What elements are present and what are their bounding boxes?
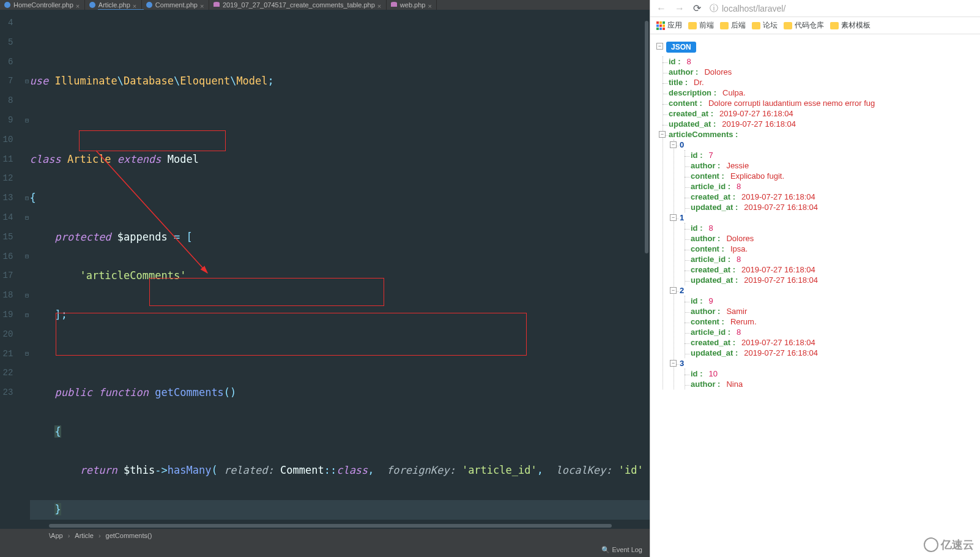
line-number: 19 xyxy=(0,305,13,325)
tab-article[interactable]: Article.php × xyxy=(85,0,142,10)
line-number: 8 xyxy=(0,91,13,111)
fold-marker[interactable]: ⊟ xyxy=(24,189,29,208)
back-icon[interactable]: ← xyxy=(656,3,666,14)
bookmark-folder[interactable]: 素材模板 xyxy=(830,20,870,31)
bookmark-folder[interactable]: 论坛 xyxy=(752,20,778,31)
vertical-scrollbar[interactable] xyxy=(644,20,650,496)
collapse-icon[interactable]: − xyxy=(670,287,677,294)
code-editor[interactable]: 4 5 6 7 8 9 10 11 12 13 14 15 16 17 18 1… xyxy=(0,10,650,523)
apps-icon xyxy=(656,21,665,30)
ide-panel: HomeController.php × Article.php × Comme… xyxy=(0,0,650,557)
folder-icon xyxy=(752,22,760,29)
info-icon[interactable]: ⓘ xyxy=(710,3,718,14)
line-number: 4 xyxy=(0,13,13,33)
collapse-icon[interactable]: − xyxy=(670,360,677,367)
fold-marker[interactable]: ⊟ xyxy=(24,247,29,267)
scrollbar-thumb[interactable] xyxy=(645,21,648,253)
json-badge: JSON xyxy=(666,42,696,53)
line-number: 10 xyxy=(0,130,13,150)
scrollbar-thumb[interactable] xyxy=(49,524,612,528)
line-number: 11 xyxy=(0,150,13,170)
line-number: 20 xyxy=(0,325,13,345)
address-bar[interactable]: ⓘ localhost/laravel/ xyxy=(710,3,974,14)
status-bar: 🔍 Event Log xyxy=(0,542,650,557)
collapse-icon[interactable]: − xyxy=(670,214,677,221)
line-number: 15 xyxy=(0,228,13,247)
bookmark-folder[interactable]: 代码仓库 xyxy=(784,20,824,31)
collapse-icon[interactable]: − xyxy=(670,141,677,148)
tab-homecontroller[interactable]: HomeController.php × xyxy=(0,0,85,10)
folder-icon xyxy=(784,22,792,29)
database-icon xyxy=(390,1,398,9)
breadcrumb-item[interactable]: getComments() xyxy=(106,532,152,539)
line-number: 23 xyxy=(0,383,13,403)
close-icon[interactable]: × xyxy=(377,2,382,7)
breadcrumb-item[interactable]: Article xyxy=(75,532,94,539)
svg-point-2 xyxy=(146,2,152,8)
json-array: −0 id :7 author :Jessie content :Explica… xyxy=(669,140,975,389)
line-number: 13 xyxy=(0,189,13,208)
line-number-gutter: 4 5 6 7 8 9 10 11 12 13 14 15 16 17 18 1… xyxy=(0,10,24,523)
reload-icon[interactable]: ⟳ xyxy=(693,2,701,14)
line-number: 14 xyxy=(0,208,13,228)
collapse-icon[interactable]: − xyxy=(656,43,663,50)
line-number: 12 xyxy=(0,169,13,189)
url-text: localhost/laravel/ xyxy=(722,4,785,13)
fold-marker[interactable]: ⊟ xyxy=(24,208,29,228)
line-number: 5 xyxy=(0,33,13,53)
apps-button[interactable]: 应用 xyxy=(656,20,682,31)
bookmark-folder[interactable]: 后端 xyxy=(720,20,746,31)
editor-tabs: HomeController.php × Article.php × Comme… xyxy=(0,0,650,10)
tab-label: Article.php xyxy=(98,1,130,9)
json-viewer[interactable]: − JSON id :8 author :Dolores title :Dr. … xyxy=(650,34,980,557)
json-root: id :8 author :Dolores title :Dr. descrip… xyxy=(658,56,975,389)
tab-label: HomeController.php xyxy=(13,1,73,9)
tab-comment[interactable]: Comment.php × xyxy=(142,0,209,10)
php-icon xyxy=(4,1,11,9)
chevron-right-icon: › xyxy=(98,532,101,539)
breadcrumb-bar: \App › Article › getComments() xyxy=(0,529,650,542)
event-log-link[interactable]: 🔍 Event Log xyxy=(601,546,642,554)
code-content[interactable]: use Illuminate\Database\Eloquent\Model; … xyxy=(30,10,650,523)
svg-point-0 xyxy=(4,2,10,8)
forward-icon[interactable]: → xyxy=(675,3,685,14)
browser-toolbar: ← → ⟳ ⓘ localhost/laravel/ xyxy=(650,0,980,17)
fold-marker[interactable]: ⊟ xyxy=(24,286,29,305)
database-icon xyxy=(213,1,220,9)
tab-web[interactable]: web.php × xyxy=(387,0,437,10)
collapse-icon[interactable]: − xyxy=(659,131,666,138)
close-icon[interactable]: × xyxy=(200,2,205,7)
folder-icon xyxy=(720,22,729,29)
tab-label: 2019_07_27_074517_create_comments_table.… xyxy=(223,1,375,9)
tab-label: Comment.php xyxy=(155,1,198,9)
bookmark-folder[interactable]: 前端 xyxy=(688,20,714,31)
line-number: 16 xyxy=(0,247,13,267)
line-number: 21 xyxy=(0,345,13,364)
tab-migration[interactable]: 2019_07_27_074517_create_comments_table.… xyxy=(209,0,387,10)
fold-marker[interactable]: ⊟ xyxy=(24,305,29,325)
close-icon[interactable]: × xyxy=(133,2,138,7)
fold-marker[interactable]: ⊟ xyxy=(24,345,29,364)
line-number: 17 xyxy=(0,266,13,286)
close-icon[interactable]: × xyxy=(76,2,81,7)
svg-rect-4 xyxy=(213,3,220,7)
fold-column: ⊟ ⊟ ⊟ ⊟ ⊟ ⊟ ⊟ ⊟ xyxy=(24,10,29,523)
fold-marker[interactable]: ⊟ xyxy=(24,72,29,91)
highlight-box-appends xyxy=(79,130,226,151)
watermark-logo-icon xyxy=(924,537,938,552)
line-number: 7 xyxy=(0,72,13,91)
line-number: 22 xyxy=(0,364,13,383)
php-icon xyxy=(146,1,153,9)
line-number: 9 xyxy=(0,111,13,130)
close-icon[interactable]: × xyxy=(428,2,432,7)
bookmarks-bar: 应用 前端 后端 论坛 代码仓库 素材模板 xyxy=(650,17,980,34)
fold-marker[interactable]: ⊟ xyxy=(24,111,29,130)
horizontal-scrollbar[interactable] xyxy=(49,523,650,529)
watermark: 亿速云 xyxy=(924,537,974,552)
line-number: 6 xyxy=(0,53,13,72)
browser-panel: ← → ⟳ ⓘ localhost/laravel/ 应用 前端 后端 论坛 代… xyxy=(650,0,980,557)
line-number: 18 xyxy=(0,286,13,305)
tab-label: web.php xyxy=(400,1,426,9)
chevron-right-icon: › xyxy=(68,532,70,539)
breadcrumb-item[interactable]: \App xyxy=(49,532,63,539)
